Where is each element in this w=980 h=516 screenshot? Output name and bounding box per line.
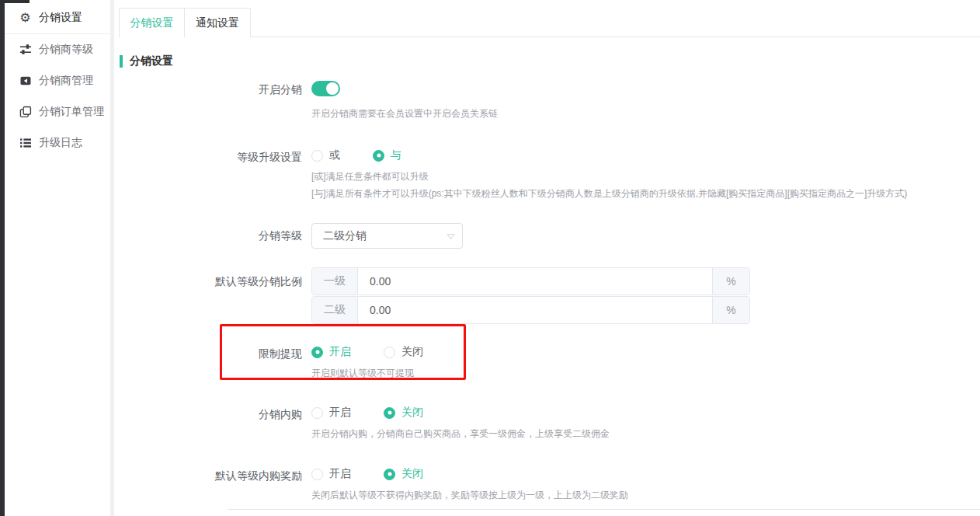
sidebar-item-distribution-orders[interactable]: 分销订单管理 (5, 96, 110, 127)
radio-purchase-on[interactable]: 开启 (311, 406, 351, 420)
radio-or[interactable]: 或 (311, 148, 340, 162)
form-row-default-ratio: 默认等级分销比例 一级 % 二级 % (119, 267, 980, 324)
helper-text: [与]满足所有条件才可以升级(ps:其中下级粉丝人数和下级分销商人数是上级分销商… (311, 187, 980, 201)
field-label: 分销内购 (119, 406, 311, 422)
select-value: 二级分销 (323, 229, 447, 243)
top-dark-notch (0, 0, 30, 3)
helper-text: [或]满足任意条件都可以升级 (311, 169, 980, 184)
radio-dot (311, 407, 323, 419)
left-dark-rail (0, 0, 5, 516)
input-prefix: 一级 (312, 268, 358, 295)
enable-distribution-toggle[interactable] (311, 81, 340, 96)
form-row-enable-distribution: 开启分销 开启分销商需要在会员设置中开启会员关系链 (119, 81, 980, 121)
form-row-distribution-level: 分销等级 二级分销 ▽ (119, 223, 980, 249)
sidebar-item-label: 分销订单管理 (39, 105, 104, 119)
helper-text: 开启分销商需要在会员设置中开启会员关系链 (311, 106, 980, 121)
helper-text: 关闭后默认等级不获得内购奖励，奖励等级按上级为一级，上上级为二级奖励 (311, 488, 980, 503)
internal-purchase-radio-group: 开启 关闭 (311, 406, 980, 420)
radio-reward-on[interactable]: 开启 (311, 467, 351, 481)
sidebar-item-label: 升级日志 (39, 136, 82, 150)
section-title-accent-bar (120, 55, 123, 68)
section-title-text: 分销设置 (130, 54, 173, 68)
radio-dot (384, 407, 395, 419)
level1-ratio-input[interactable] (358, 268, 712, 295)
gear-icon: ⚙ (19, 12, 32, 25)
radio-withdraw-off[interactable]: 关闭 (384, 345, 423, 359)
sidebar-item-distributor-levels[interactable]: 分销商等级 (5, 34, 110, 65)
form-row-internal-purchase: 分销内购 开启 关闭 开启分销内购，分销商自己购买商品，享受一级佣金，上级享受二… (119, 406, 980, 441)
app-window: ⚙ 分销设置 分销商等级 分销商管理 (0, 0, 980, 516)
ratio-row-level2: 二级 % (311, 296, 750, 324)
sliders-icon (19, 44, 32, 57)
input-suffix: % (712, 268, 749, 295)
toggle-knob (326, 82, 339, 95)
field-label: 限制提现 (119, 345, 311, 361)
withdraw-limit-radio-group: 开启 关闭 (311, 345, 980, 359)
sidebar-item-label: 分销商管理 (39, 74, 93, 88)
tab-distribution-settings[interactable]: 分销设置 (119, 8, 185, 37)
radio-purchase-off[interactable]: 关闭 (384, 406, 423, 420)
tab-bar: 分销设置 通知设置 (119, 8, 980, 37)
radio-reward-off[interactable]: 关闭 (384, 467, 423, 481)
bottom-divider (228, 509, 980, 510)
section-title: 分销设置 (120, 54, 980, 68)
helper-text: 开启分销内购，分销商自己购买商品，享受一级佣金，上级享受二级佣金 (311, 427, 980, 441)
copy-icon (19, 106, 32, 119)
main-content: 分销设置 通知设置 分销设置 开启分销 开启分销商需要在会员设置中开启会员关系链… (114, 0, 980, 516)
form-row-default-internal-reward: 默认等级内购奖励 开启 关闭 关闭后默认等级不获得内购奖励，奖励等级按上级为一级… (119, 467, 980, 503)
radio-dot (384, 347, 395, 358)
level2-ratio-input[interactable] (358, 297, 712, 323)
radio-dot (311, 469, 323, 480)
internal-reward-radio-group: 开启 关闭 (311, 467, 980, 481)
field-label: 等级升级设置 (119, 148, 311, 165)
input-suffix: % (712, 297, 749, 323)
field-label: 默认等级分销比例 (119, 267, 311, 295)
distribution-level-select[interactable]: 二级分销 ▽ (311, 223, 463, 249)
sidebar: ⚙ 分销设置 分销商等级 分销商管理 (5, 0, 110, 516)
radio-dot (384, 469, 395, 480)
field-label: 默认等级内购奖励 (119, 467, 311, 483)
form-row-withdraw-limit: 限制提现 开启 关闭 开启则默认等级不可提现 (119, 345, 980, 381)
list-icon (19, 137, 32, 150)
share-square-icon (19, 75, 32, 88)
radio-withdraw-on[interactable]: 开启 (311, 345, 351, 359)
radio-dot (311, 150, 323, 162)
sidebar-item-label: 分销设置 (39, 11, 82, 25)
field-label: 开启分销 (119, 81, 311, 97)
radio-and[interactable]: 与 (373, 148, 401, 162)
level-upgrade-radio-group: 或 与 (311, 148, 980, 162)
form-row-level-upgrade: 等级升级设置 或 与 [或]满足任意条件都可以升级 [与]满足所有条件才可以升级… (119, 148, 980, 201)
sidebar-item-distribution-settings[interactable]: ⚙ 分销设置 (5, 2, 110, 33)
chevron-down-icon: ▽ (447, 232, 454, 240)
tab-notification-settings[interactable]: 通知设置 (185, 8, 251, 37)
radio-dot (311, 347, 323, 358)
field-label: 分销等级 (119, 223, 311, 249)
ratio-row-level1: 一级 % (311, 267, 750, 295)
sidebar-item-distributor-management[interactable]: 分销商管理 (5, 65, 110, 96)
radio-dot (373, 150, 384, 162)
sidebar-item-upgrade-log[interactable]: 升级日志 (5, 127, 110, 159)
helper-text: 开启则默认等级不可提现 (311, 366, 980, 381)
sidebar-item-label: 分销商等级 (39, 43, 93, 57)
input-prefix: 二级 (312, 297, 358, 323)
